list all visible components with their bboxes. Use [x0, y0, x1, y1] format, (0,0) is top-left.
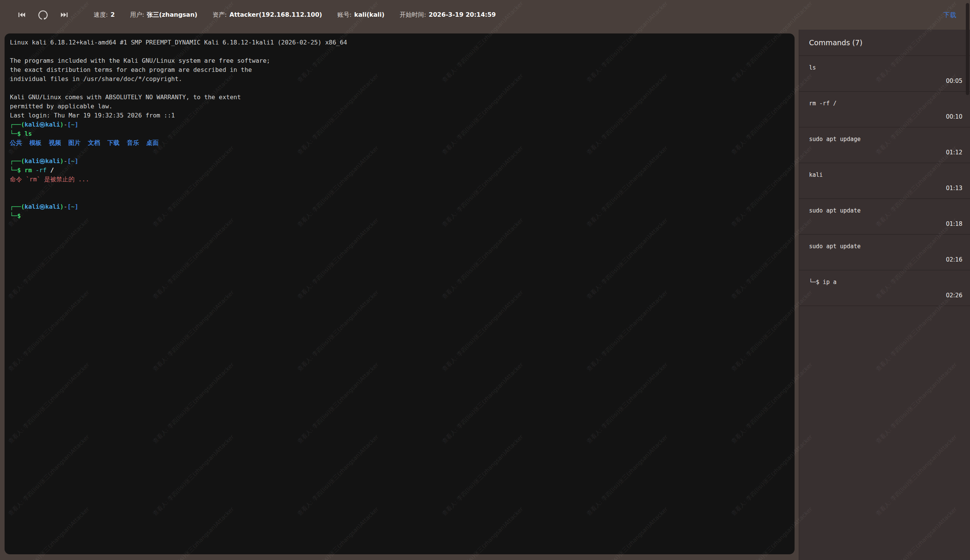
- toolbar-field: 开始时间:2026-3-19 20:14:59: [400, 11, 496, 19]
- commands-panel: Commands (7) ls00:05rm -rf /00:10sudo ap…: [799, 30, 970, 560]
- terminal-line: ┌──(kali㉿kali)-[~]: [10, 202, 794, 212]
- field-label: 用户:: [130, 11, 144, 18]
- field-value: Attacker(192.168.112.100): [229, 11, 322, 18]
- terminal-line: └─$: [10, 212, 794, 220]
- skip-back-button[interactable]: [17, 10, 27, 20]
- command-time: 02:16: [946, 256, 962, 263]
- terminal-line: permitted by applicable law.: [10, 102, 794, 111]
- skip-back-icon: [17, 10, 26, 19]
- command-time: 01:12: [946, 149, 962, 156]
- command-text: kali: [809, 172, 823, 178]
- toolbar-field: 账号:kali(kali): [337, 11, 385, 19]
- toolbar-fields: 速度:2用户:张三(zhangsan)资产:Attacker(192.168.1…: [94, 11, 496, 19]
- toolbar-field: 速度:2: [94, 11, 115, 19]
- commands-panel-title: Commands (7): [799, 30, 970, 56]
- command-time: 01:13: [946, 185, 962, 192]
- command-time: 01:18: [946, 220, 962, 227]
- terminal-output: Linux kali 6.18.12+kali-amd64 #1 SMP PRE…: [5, 33, 794, 554]
- terminal-line: [10, 83, 794, 93]
- replay-button[interactable]: [38, 10, 48, 20]
- command-text: sudo apt update: [809, 207, 860, 214]
- field-value: 2026-3-19 20:14:59: [429, 11, 496, 18]
- page-scrollbar-thumb[interactable]: [966, 3, 969, 95]
- field-label: 开始时间:: [400, 11, 426, 18]
- command-item[interactable]: kali01:13: [799, 163, 970, 199]
- command-text: sudo apt updage: [809, 136, 860, 143]
- terminal-line: Kali GNU/Linux comes with ABSOLUTELY NO …: [10, 93, 794, 102]
- terminal-line: 命令 `rm` 是被禁止的 ...: [10, 175, 794, 184]
- terminal-line: └─$ ls: [10, 129, 794, 138]
- terminal-line: [10, 148, 794, 157]
- command-time: 00:10: [946, 113, 962, 120]
- skip-forward-icon: [60, 10, 69, 19]
- command-item[interactable]: └─$ ip a02:26: [799, 270, 970, 306]
- field-value: 2: [110, 11, 115, 18]
- command-time: 00:05: [946, 78, 962, 84]
- field-label: 速度:: [94, 11, 108, 18]
- field-value: 张三(zhangsan): [147, 11, 197, 18]
- playback-toolbar: 速度:2用户:张三(zhangsan)资产:Attacker(192.168.1…: [0, 0, 970, 30]
- download-link[interactable]: 下载: [943, 0, 956, 30]
- terminal-line: The programs included with the Kali GNU/…: [10, 56, 794, 65]
- command-text: ls: [809, 64, 816, 71]
- terminal-line: [10, 184, 794, 193]
- terminal-line: Last login: Thu Mar 19 19:32:35 2026 fro…: [10, 111, 794, 120]
- command-item[interactable]: ls00:05: [799, 56, 970, 92]
- command-item[interactable]: sudo apt update01:18: [799, 199, 970, 235]
- terminal-line: [10, 47, 794, 56]
- terminal-line: 公共 模板 视频 图片 文档 下载 音乐 桌面: [10, 138, 794, 148]
- command-time: 02:26: [946, 292, 962, 299]
- terminal-line: ┌──(kali㉿kali)-[~]: [10, 120, 794, 129]
- command-text: sudo apt update: [809, 243, 860, 250]
- command-item[interactable]: rm -rf /00:10: [799, 92, 970, 127]
- terminal-line: individual files in /usr/share/doc/*/cop…: [10, 75, 794, 83]
- field-value: kali(kali): [354, 11, 385, 18]
- terminal-line: the exact distribution terms for each pr…: [10, 65, 794, 75]
- replay-icon: [38, 10, 48, 20]
- terminal-line: └─$ rm -rf /: [10, 166, 794, 175]
- command-item[interactable]: sudo apt updage01:12: [799, 127, 970, 163]
- command-text: rm -rf /: [809, 100, 836, 107]
- playback-controls: [17, 10, 69, 20]
- command-item[interactable]: sudo apt update02:16: [799, 235, 970, 270]
- field-label: 账号:: [337, 11, 351, 18]
- toolbar-field: 资产:Attacker(192.168.112.100): [213, 11, 322, 19]
- toolbar-field: 用户:张三(zhangsan): [130, 11, 197, 19]
- field-label: 资产:: [213, 11, 227, 18]
- terminal-line: Linux kali 6.18.12+kali-amd64 #1 SMP PRE…: [10, 38, 794, 47]
- commands-list: ls00:05rm -rf /00:10sudo apt updage01:12…: [799, 56, 970, 306]
- terminal-line: ┌──(kali㉿kali)-[~]: [10, 157, 794, 166]
- terminal-line: [10, 193, 794, 202]
- command-text: └─$ ip a: [809, 279, 836, 285]
- skip-forward-button[interactable]: [59, 10, 69, 20]
